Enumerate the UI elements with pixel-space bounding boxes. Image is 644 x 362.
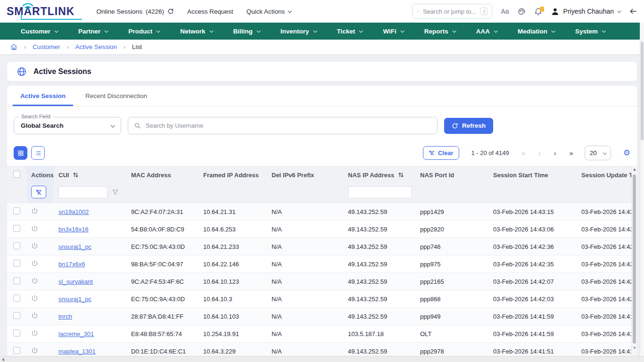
sort-icon[interactable] xyxy=(73,172,79,178)
username-search-input[interactable]: Search by Username xyxy=(128,117,438,134)
disconnect-session-button[interactable] xyxy=(31,242,38,249)
disconnect-session-button[interactable] xyxy=(31,347,38,354)
row-checkbox[interactable] xyxy=(13,260,20,267)
row-filter-clear-button[interactable] xyxy=(31,186,46,198)
home-icon[interactable] xyxy=(10,43,17,50)
access-request-link[interactable]: Access Request xyxy=(187,8,233,15)
disconnect-session-button[interactable] xyxy=(31,312,38,319)
row-checkbox[interactable] xyxy=(13,242,20,249)
nav-item-system[interactable]: System xyxy=(567,23,613,40)
power-icon xyxy=(31,312,38,319)
column-label: MAC Address xyxy=(131,172,171,179)
table-settings-gear-icon[interactable]: ⚙ xyxy=(623,149,630,157)
cui-link[interactable]: snsuraj1_pc xyxy=(58,296,91,303)
row-checkbox[interactable] xyxy=(13,312,20,319)
filter-cell-cui xyxy=(54,183,126,203)
back-arrow-icon[interactable] xyxy=(629,7,637,16)
global-search-input[interactable]: Search or jump to... / xyxy=(412,4,492,19)
grid-view-button[interactable] xyxy=(14,146,27,160)
ipv6-prefix-cell: N/A xyxy=(267,203,343,221)
disconnect-session-button[interactable] xyxy=(31,225,38,232)
row-checkbox[interactable] xyxy=(13,207,20,214)
breadcrumb-link[interactable]: Active Session xyxy=(75,43,117,50)
notifications-bell-icon[interactable] xyxy=(534,8,542,16)
refresh-button[interactable]: Refresh xyxy=(444,118,493,134)
nas-ip-filter-input[interactable] xyxy=(348,186,412,198)
theme-palette-icon[interactable] xyxy=(518,8,526,16)
last-page-button[interactable]: ›› xyxy=(570,149,572,157)
breadcrumb: ›Customer›Active Session›List xyxy=(0,40,644,54)
quick-actions-menu[interactable]: Quick Actions xyxy=(247,8,291,15)
cui-link[interactable]: bn17x6x6 xyxy=(58,261,85,268)
nav-item-customer[interactable]: Customer xyxy=(12,23,66,40)
cui-link[interactable]: sl_suryakant xyxy=(58,278,93,285)
nav-item-reports[interactable]: Reports xyxy=(416,23,464,40)
sort-icon[interactable] xyxy=(398,172,404,178)
disconnect-session-button[interactable] xyxy=(31,277,38,284)
column-header-nas_ip[interactable]: NAS IP Address xyxy=(343,166,415,183)
tab-active-session[interactable]: Active Session xyxy=(13,87,73,106)
list-view-button[interactable] xyxy=(31,146,45,160)
nav-item-network[interactable]: Network xyxy=(172,23,221,40)
nav-item-ticket[interactable]: Ticket xyxy=(329,23,371,40)
font-size-toggle[interactable]: Aa xyxy=(501,8,509,15)
page-horizontal-scrollbar[interactable] xyxy=(0,356,644,362)
page-vertical-scroll-thumb[interactable] xyxy=(641,41,644,140)
cui-link[interactable]: maplea_1301 xyxy=(58,348,96,355)
chevron-down-icon xyxy=(256,29,260,33)
row-checkbox[interactable] xyxy=(13,329,20,337)
scroll-up-arrow[interactable] xyxy=(633,168,636,171)
select-all-checkbox[interactable] xyxy=(13,171,20,178)
funnel-icon[interactable] xyxy=(112,189,119,196)
nav-item-inventory[interactable]: Inventory xyxy=(272,23,325,40)
first-page-button[interactable]: ‹‹ xyxy=(521,149,524,157)
row-checkbox[interactable] xyxy=(13,347,20,354)
refresh-sessions-icon[interactable] xyxy=(167,8,174,15)
page-size-select[interactable]: 20 xyxy=(585,146,611,160)
clear-button-label: Clear xyxy=(438,149,454,156)
row-checkbox[interactable] xyxy=(13,225,20,232)
clear-filters-button[interactable]: Clear xyxy=(423,146,459,160)
power-icon xyxy=(31,295,38,302)
row-checkbox[interactable] xyxy=(13,277,20,284)
row-checkbox[interactable] xyxy=(13,295,20,302)
username-search-placeholder: Search by Username xyxy=(146,122,203,129)
disconnect-session-button[interactable] xyxy=(31,207,38,214)
disconnect-session-button[interactable] xyxy=(31,329,38,337)
next-page-button[interactable]: › xyxy=(554,149,555,157)
nav-item-billing[interactable]: Billing xyxy=(225,23,268,40)
table-row: sn19a10029C:A2:F4:07:2A:3110.64.21.31N/A… xyxy=(7,203,631,221)
tab-recent-disconnection[interactable]: Recent Disconnection xyxy=(78,87,155,106)
scroll-down-arrow[interactable] xyxy=(633,347,636,349)
nav-item-mediation[interactable]: Mediation xyxy=(509,23,563,40)
page-vertical-scrollbar[interactable] xyxy=(640,23,644,356)
cui-link[interactable]: sn19a1002 xyxy=(58,208,89,215)
disconnect-session-button[interactable] xyxy=(31,260,38,267)
session-update-cell: 03-Feb-2026 14:43: xyxy=(577,203,631,221)
brand-logo[interactable]: SMARTLINK xyxy=(7,6,74,17)
framed-ip-cell: 10.64.21.233 xyxy=(198,238,267,255)
cui-link[interactable]: snsuraj1_pc xyxy=(58,243,91,250)
column-label: NAS Port Id xyxy=(420,172,454,179)
user-menu[interactable]: Priyesh Chauhan xyxy=(551,7,620,16)
cui-link[interactable]: tnrch xyxy=(58,313,72,320)
previous-page-button[interactable]: ‹ xyxy=(538,149,540,157)
cui-filter-input[interactable] xyxy=(58,186,107,198)
nav-item-wifi[interactable]: WiFi xyxy=(374,23,412,40)
vertical-scroll-thumb[interactable] xyxy=(633,174,636,344)
cui-link[interactable]: bn3x16x16 xyxy=(58,226,89,233)
search-field-select[interactable]: Search Field Global Search xyxy=(14,117,121,134)
online-sessions-link[interactable]: Online Sessions (4226) xyxy=(96,8,174,15)
breadcrumb-link[interactable]: Customer xyxy=(33,43,60,50)
column-header-ipv6: Del IPv6 Prefix xyxy=(267,166,343,183)
table-vertical-scrollbar[interactable] xyxy=(631,166,637,357)
table-row: bn3x16x1654:B8:0A:0F:8D:C910.64.6.253N/A… xyxy=(7,221,631,238)
nav-item-aaa[interactable]: AAA xyxy=(468,23,505,40)
nav-item-product[interactable]: Product xyxy=(120,23,168,40)
nav-item-partner[interactable]: Partner xyxy=(70,23,116,40)
disconnect-session-button[interactable] xyxy=(31,295,38,302)
page-scroll-left-arrow[interactable] xyxy=(2,358,4,362)
cui-link[interactable]: lacreme_301 xyxy=(58,330,94,337)
column-header-cui[interactable]: CUI xyxy=(54,166,126,183)
nas-port-cell: ppp1429 xyxy=(415,203,488,221)
